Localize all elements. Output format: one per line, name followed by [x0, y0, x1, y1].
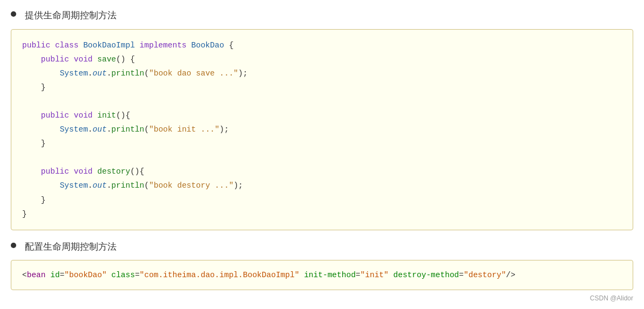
footer-text: CSDN @Alidor — [11, 294, 633, 302]
java-code-block: public class BookDaoImpl implements Book… — [11, 29, 633, 230]
xml-code-block: <bean id="bookDao" class="com.itheima.da… — [11, 260, 633, 290]
section2-item: 配置生命周期控制方法 — [11, 240, 633, 254]
bullet-dot-1 — [11, 11, 16, 17]
section1-label: 提供生命周期控制方法 — [25, 9, 117, 23]
section1-item: 提供生命周期控制方法 — [11, 9, 633, 23]
bullet-dot-2 — [11, 243, 16, 248]
section2-label: 配置生命周期控制方法 — [25, 240, 117, 254]
